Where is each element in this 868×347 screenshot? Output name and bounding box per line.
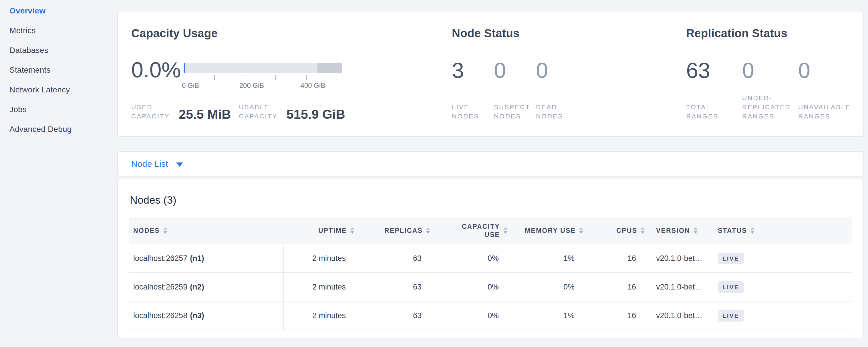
used-capacity-value: 25.5 MiB bbox=[179, 108, 231, 121]
column-header-version[interactable]: VERSION bbox=[645, 217, 712, 244]
status-cell: LIVE bbox=[712, 273, 852, 301]
sidebar-item-jobs[interactable]: Jobs bbox=[9, 99, 107, 119]
node-address-cell: localhost:26258(n3) bbox=[129, 302, 283, 329]
node-status-labels: LIVE NODES SUSPECT NODES DEAD NODES bbox=[452, 103, 578, 121]
node-address-cell: localhost:26257(n1) bbox=[129, 244, 283, 272]
usable-capacity-stat: USABLE CAPACITY 515.9 GiB bbox=[239, 103, 345, 121]
axis-label-200gib: 200 GiB bbox=[239, 82, 264, 90]
node-id: (n1) bbox=[190, 254, 204, 263]
memory-use-cell: 1% bbox=[507, 302, 583, 329]
status-cell: LIVE bbox=[712, 244, 852, 272]
dead-nodes-value: 0 bbox=[536, 59, 578, 82]
nodes-table-title: Nodes (3) bbox=[130, 194, 863, 207]
version-cell: v20.1.0-bet… bbox=[645, 302, 712, 329]
sidebar-item-overview[interactable]: Overview bbox=[9, 1, 107, 21]
table-row-node-3[interactable]: localhost:26258(n3) 2 minutes 63 0% 1% 1… bbox=[129, 302, 852, 330]
cpus-cell: 16 bbox=[583, 244, 645, 272]
sort-icon bbox=[693, 227, 698, 234]
capacity-bar-chart: 0 GiB 200 GiB 400 GiB bbox=[184, 63, 342, 90]
capacity-bar bbox=[184, 63, 342, 73]
column-header-capacity-use[interactable]: CAPACITY USE bbox=[430, 217, 507, 244]
capacity-used-percent: 0.0% bbox=[131, 58, 184, 90]
status-cell: LIVE bbox=[712, 302, 852, 329]
live-nodes-value: 3 bbox=[452, 59, 494, 82]
replication-status-title: Replication Status bbox=[686, 27, 861, 40]
status-badge: LIVE bbox=[718, 310, 744, 321]
column-header-status[interactable]: STATUS bbox=[712, 217, 852, 244]
column-header-cpus[interactable]: CPUS bbox=[583, 217, 645, 244]
suspect-nodes-label: SUSPECT NODES bbox=[494, 103, 536, 121]
node-address-cell: localhost:26259(n2) bbox=[129, 273, 283, 301]
view-selector-card: Node List bbox=[117, 151, 864, 177]
table-row-node-1[interactable]: localhost:26257(n1) 2 minutes 63 0% 1% 1… bbox=[129, 244, 852, 273]
node-status-section: Node Status 3 0 0 LIVE NODES SUSPECT NOD… bbox=[452, 27, 618, 121]
live-nodes-label: LIVE NODES bbox=[452, 103, 494, 121]
cpus-cell: 16 bbox=[583, 273, 645, 301]
sort-icon bbox=[579, 227, 583, 234]
capacity-use-cell: 0% bbox=[430, 273, 507, 301]
sort-icon bbox=[426, 227, 430, 234]
total-ranges-value: 63 bbox=[686, 59, 742, 82]
replicas-cell: 63 bbox=[354, 273, 430, 301]
under-replicated-ranges-value: 0 bbox=[742, 59, 798, 82]
column-header-nodes[interactable]: NODES bbox=[129, 217, 283, 244]
sidebar-item-network-latency[interactable]: Network Latency bbox=[9, 80, 107, 99]
used-capacity-label: USED CAPACITY bbox=[131, 103, 171, 121]
node-status-title: Node Status bbox=[452, 27, 618, 40]
memory-use-cell: 1% bbox=[507, 244, 583, 272]
replication-status-values: 63 0 0 bbox=[686, 59, 861, 82]
nodes-card: Nodes (3) NODES UPTIME REPLICAS CAPACITY… bbox=[117, 178, 864, 339]
cluster-summary-card: Capacity Usage 0.0% bbox=[117, 12, 864, 137]
capacity-usage-body: 0.0% bbox=[131, 58, 349, 90]
table-row-node-2[interactable]: localhost:26259(n2) 2 minutes 63 0% 0% 1… bbox=[129, 273, 852, 302]
chevron-down-icon bbox=[176, 162, 183, 167]
column-header-replicas[interactable]: REPLICAS bbox=[354, 217, 430, 244]
sort-icon bbox=[163, 227, 167, 234]
usable-capacity-value: 515.9 GiB bbox=[286, 108, 345, 121]
sidebar-item-advanced-debug[interactable]: Advanced Debug bbox=[9, 119, 107, 139]
replication-status-section: Replication Status 63 0 0 TOTAL RANGES U… bbox=[686, 27, 861, 121]
capacity-axis-labels: 0 GiB 200 GiB 400 GiB bbox=[184, 82, 342, 90]
sort-icon bbox=[503, 227, 507, 234]
uptime-cell: 2 minutes bbox=[283, 244, 354, 272]
under-replicated-ranges-label: UNDER-REPLICATED RANGES bbox=[742, 94, 798, 121]
suspect-nodes-value: 0 bbox=[494, 59, 536, 82]
sidebar: Overview Metrics Databases Statements Ne… bbox=[9, 1, 107, 139]
sort-icon bbox=[750, 227, 754, 234]
status-badge: LIVE bbox=[718, 281, 744, 293]
capacity-usage-title: Capacity Usage bbox=[131, 27, 349, 40]
capacity-axis-ticks bbox=[184, 75, 342, 80]
capacity-use-cell: 0% bbox=[430, 302, 507, 329]
node-list-dropdown[interactable]: Node List bbox=[131, 159, 183, 169]
usable-capacity-label: USABLE CAPACITY bbox=[239, 103, 279, 121]
sidebar-item-metrics[interactable]: Metrics bbox=[9, 21, 107, 40]
dead-nodes-label: DEAD NODES bbox=[536, 103, 578, 121]
version-cell: v20.1.0-bet… bbox=[645, 273, 712, 301]
node-id: (n2) bbox=[190, 283, 204, 291]
axis-label-400gib: 400 GiB bbox=[301, 82, 326, 90]
capacity-bar-reserved-segment bbox=[317, 63, 342, 73]
nodes-table: NODES UPTIME REPLICAS CAPACITY USE MEMOR… bbox=[129, 217, 852, 330]
sidebar-item-databases[interactable]: Databases bbox=[9, 40, 107, 60]
capacity-use-cell: 0% bbox=[430, 244, 507, 272]
column-header-memory-use[interactable]: MEMORY USE bbox=[507, 217, 583, 244]
nodes-table-header: NODES UPTIME REPLICAS CAPACITY USE MEMOR… bbox=[129, 217, 852, 244]
axis-label-0gib: 0 GiB bbox=[182, 82, 199, 90]
used-capacity-stat: USED CAPACITY 25.5 MiB bbox=[131, 103, 231, 121]
sort-icon bbox=[350, 227, 354, 234]
capacity-usage-section: Capacity Usage 0.0% bbox=[131, 27, 349, 121]
unavailable-ranges-value: 0 bbox=[798, 59, 854, 82]
cluster-overview-page: Overview Metrics Databases Statements Ne… bbox=[0, 0, 868, 347]
column-header-uptime[interactable]: UPTIME bbox=[283, 217, 354, 244]
version-cell: v20.1.0-bet… bbox=[645, 244, 712, 272]
sidebar-item-statements[interactable]: Statements bbox=[9, 60, 107, 80]
replicas-cell: 63 bbox=[354, 244, 430, 272]
node-list-dropdown-label: Node List bbox=[131, 159, 168, 169]
cpus-cell: 16 bbox=[583, 302, 645, 329]
total-ranges-label: TOTAL RANGES bbox=[686, 103, 742, 121]
replicas-cell: 63 bbox=[354, 302, 430, 329]
unavailable-ranges-label: UNAVAILABLE RANGES bbox=[798, 103, 854, 121]
uptime-cell: 2 minutes bbox=[283, 302, 354, 329]
sort-icon bbox=[641, 227, 645, 234]
replication-status-labels: TOTAL RANGES UNDER-REPLICATED RANGES UNA… bbox=[686, 94, 854, 121]
